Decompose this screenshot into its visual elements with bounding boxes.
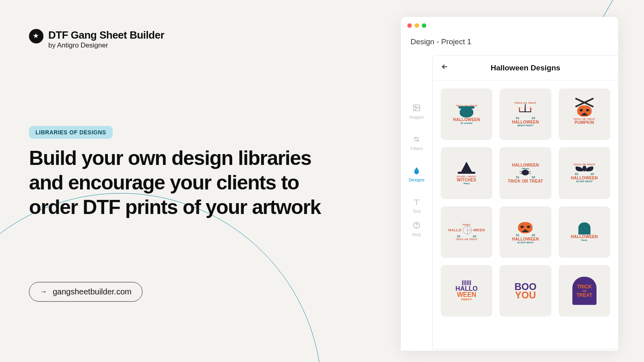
design-tile[interactable]: HALLOWEEN Party — [559, 206, 610, 258]
svg-point-5 — [417, 140, 418, 141]
bat-icon — [576, 166, 593, 172]
pumpkin-icon — [518, 222, 533, 233]
tile-sub-text: SCARY NIGHT — [576, 180, 592, 183]
design-tile[interactable]: BOO YOU — [500, 265, 551, 317]
arrow-left-icon — [441, 63, 449, 71]
tile-sub-text: Party — [464, 182, 470, 185]
sidebar-item-images[interactable]: Images — [409, 103, 424, 119]
back-button[interactable] — [441, 63, 449, 73]
tile-text-line: YOU — [515, 290, 536, 300]
tile-sub-text: Party — [581, 239, 587, 241]
arch-icon: TRICK OR TREAT — [572, 277, 597, 305]
design-tile[interactable]: HALLO WEEN PARTY — [441, 265, 492, 317]
tile-main-text: WITCHES — [457, 178, 476, 182]
sidebar-label: Text — [413, 209, 421, 214]
tombstone-icon — [578, 222, 590, 234]
window-title: Design - Project 1 — [401, 32, 618, 55]
design-tile[interactable]: SCARY • NIGHT WITCHES Party — [441, 147, 492, 199]
svg-point-7 — [417, 227, 417, 227]
cauldron-icon — [460, 107, 473, 117]
design-grid: TRICK OR TREAT HALLOWEEN 31 october TRIC… — [433, 80, 618, 325]
window-controls[interactable] — [401, 17, 618, 32]
image-icon — [412, 103, 421, 112]
text-icon — [412, 197, 421, 206]
chandelier-icon — [517, 104, 533, 116]
design-tile[interactable]: TRICK OR TREAT HALLOWEEN 31 october — [441, 88, 492, 140]
website-url: gangsheetbuilder.com — [53, 287, 132, 296]
sidebar-label: Images — [409, 115, 424, 119]
web-icon — [463, 226, 472, 234]
sidebar: Images Filters Designs Text — [401, 55, 432, 350]
tile-main-text: PUMPKIN — [575, 120, 594, 125]
tile-sub-text: PARTY — [461, 298, 472, 301]
brand-subtitle: by Antigro Designer — [48, 41, 164, 49]
website-link[interactable]: → gangsheetbuilder.com — [29, 282, 142, 302]
help-icon — [412, 221, 421, 230]
tile-sub-text: NIGHT PARTY — [517, 124, 533, 127]
tile-text-line: WEEN — [457, 292, 476, 298]
design-tile[interactable]: TRICK OR TREAT PUMPKIN — [559, 88, 610, 140]
brand-title: DTF Gang Sheet Builder — [48, 29, 164, 41]
tile-dates: 3110 — [516, 233, 535, 237]
tile-sub-text: 31 october — [460, 122, 473, 124]
fence-icon — [462, 280, 471, 285]
svg-point-1 — [415, 106, 416, 107]
feature-badge: LIBRARIES OF DESIGNS — [29, 126, 113, 139]
arrow-right-icon: → — [40, 288, 47, 296]
tile-text-line: TREAT — [576, 292, 592, 298]
spider-icon — [522, 170, 529, 175]
design-tile[interactable]: TRICK OR TREAT 3110 HALLOWEEN SCARY NIGH… — [559, 147, 610, 199]
design-tile[interactable]: HALLOWEEN Happy 3110 TRICK OR TREAT — [500, 147, 551, 199]
brand-logo-icon — [29, 29, 43, 43]
design-tile[interactable]: 3110 HALLOWEEN SCARY NIGHT — [500, 206, 551, 258]
tile-dates: 3110 — [516, 116, 535, 120]
panel-header: Halloween Designs — [433, 56, 618, 80]
tile-text-line: TRICK — [576, 284, 592, 290]
tile-main-text: HALLOWEEN — [571, 234, 598, 239]
design-tile[interactable]: TRICK OR TREAT 3110 HALLOWEEN NIGHT PART… — [500, 88, 551, 140]
sidebar-item-designs[interactable]: Designs — [409, 166, 425, 182]
tile-text-line: OR — [576, 290, 592, 292]
sidebar-item-filters[interactable]: Filters — [411, 135, 423, 151]
design-tile[interactable]: Happy HALLO WEEN 3110 TRICK OR TREAT — [441, 206, 492, 258]
headline: Build your own design libraries and enco… — [29, 146, 343, 220]
window-close-icon[interactable] — [407, 23, 412, 28]
sidebar-item-text[interactable]: Text — [412, 197, 421, 214]
witch-hat-icon — [461, 162, 472, 172]
pumpkin-icon — [577, 105, 592, 117]
panel-title: Halloween Designs — [491, 64, 560, 72]
window-minimize-icon[interactable] — [415, 23, 419, 28]
sidebar-label: Help — [412, 232, 421, 237]
tile-sub-text: SCARY NIGHT — [517, 241, 534, 244]
tile-main-text: HALLOWEEN — [453, 117, 480, 122]
sliders-icon — [412, 135, 421, 144]
sidebar-item-help[interactable]: Help — [412, 221, 421, 237]
tile-dates: 3110 — [457, 234, 476, 238]
svg-point-4 — [415, 137, 416, 138]
tile-main-text: HALLOWEEN — [571, 176, 598, 180]
tile-top-text: HALLOWEEN — [512, 163, 539, 167]
brand-header: DTF Gang Sheet Builder by Antigro Design… — [29, 29, 343, 49]
window-maximize-icon[interactable] — [422, 23, 426, 28]
tile-dates: 3110 — [575, 172, 594, 176]
tile-main-text: TRICK OR TREAT — [508, 179, 543, 183]
sidebar-label: Designs — [409, 177, 425, 182]
tile-dates: 3110 — [516, 175, 535, 179]
design-tile[interactable]: TRICK OR TREAT — [559, 265, 610, 317]
tile-main-text: HALLOWEEN — [512, 120, 539, 124]
tile-sub-text: TRICK OR TREAT — [456, 238, 477, 241]
app-window: Design - Project 1 Images Filters De — [401, 17, 618, 351]
designs-panel: Halloween Designs TRICK OR TREAT HALLOWE… — [432, 55, 618, 350]
droplet-icon — [412, 166, 421, 175]
tile-main-text: HALLOWEEN — [512, 237, 539, 241]
sidebar-label: Filters — [411, 146, 423, 151]
